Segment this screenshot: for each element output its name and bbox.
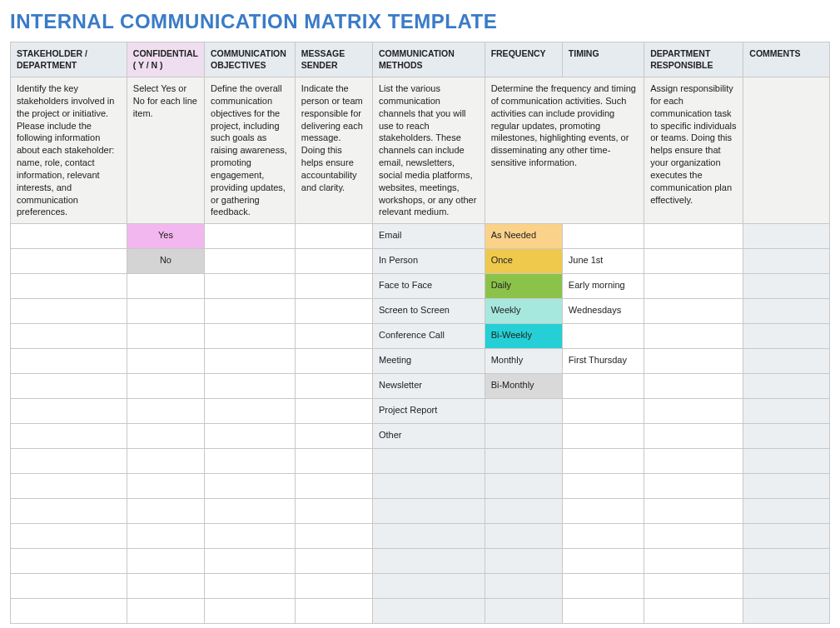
cell-frequency[interactable]: Weekly [485, 299, 562, 324]
cell-objectives[interactable] [205, 324, 296, 349]
cell-frequency[interactable]: Bi-Weekly [485, 324, 562, 349]
cell-frequency[interactable] [485, 474, 562, 499]
cell-frequency[interactable]: Monthly [485, 349, 562, 374]
cell-stakeholder[interactable] [11, 474, 127, 499]
cell-responsible[interactable] [644, 424, 743, 449]
cell-methods[interactable]: Project Report [372, 399, 485, 424]
cell-confidential[interactable] [127, 499, 204, 524]
cell-methods[interactable]: Other [372, 424, 485, 449]
cell-confidential[interactable] [127, 549, 204, 574]
cell-comments[interactable] [743, 349, 830, 374]
cell-stakeholder[interactable] [11, 599, 127, 624]
cell-objectives[interactable] [205, 424, 296, 449]
cell-timing[interactable] [562, 549, 644, 574]
cell-sender[interactable] [295, 499, 372, 524]
cell-sender[interactable] [295, 249, 372, 274]
cell-frequency[interactable] [485, 524, 562, 549]
cell-methods[interactable] [372, 574, 485, 599]
cell-sender[interactable] [295, 574, 372, 599]
cell-frequency[interactable] [485, 599, 562, 624]
cell-comments[interactable] [743, 374, 830, 399]
cell-frequency[interactable] [485, 499, 562, 524]
cell-stakeholder[interactable] [11, 224, 127, 249]
cell-methods[interactable]: Meeting [372, 349, 485, 374]
cell-sender[interactable] [295, 474, 372, 499]
cell-comments[interactable] [743, 524, 830, 549]
cell-timing[interactable] [562, 474, 644, 499]
cell-objectives[interactable] [205, 599, 296, 624]
cell-comments[interactable] [743, 224, 830, 249]
cell-stakeholder[interactable] [11, 374, 127, 399]
cell-sender[interactable] [295, 449, 372, 474]
cell-comments[interactable] [743, 474, 830, 499]
cell-methods[interactable]: Conference Call [372, 324, 485, 349]
cell-frequency[interactable]: Daily [485, 274, 562, 299]
cell-confidential[interactable] [127, 399, 204, 424]
cell-responsible[interactable] [644, 249, 743, 274]
cell-timing[interactable]: Early morning [562, 274, 644, 299]
cell-objectives[interactable] [205, 274, 296, 299]
cell-methods[interactable]: Face to Face [372, 274, 485, 299]
cell-stakeholder[interactable] [11, 299, 127, 324]
cell-methods[interactable] [372, 449, 485, 474]
cell-stakeholder[interactable] [11, 249, 127, 274]
cell-responsible[interactable] [644, 274, 743, 299]
cell-confidential[interactable] [127, 299, 204, 324]
cell-frequency[interactable] [485, 449, 562, 474]
cell-timing[interactable] [562, 374, 644, 399]
cell-sender[interactable] [295, 524, 372, 549]
cell-frequency[interactable] [485, 549, 562, 574]
cell-responsible[interactable] [644, 499, 743, 524]
cell-objectives[interactable] [205, 374, 296, 399]
cell-confidential[interactable] [127, 274, 204, 299]
cell-confidential[interactable] [127, 424, 204, 449]
cell-responsible[interactable] [644, 224, 743, 249]
cell-confidential[interactable] [127, 599, 204, 624]
cell-comments[interactable] [743, 499, 830, 524]
cell-stakeholder[interactable] [11, 399, 127, 424]
cell-methods[interactable]: Newsletter [372, 374, 485, 399]
cell-objectives[interactable] [205, 299, 296, 324]
cell-methods[interactable] [372, 499, 485, 524]
cell-sender[interactable] [295, 324, 372, 349]
cell-confidential[interactable] [127, 324, 204, 349]
cell-responsible[interactable] [644, 574, 743, 599]
cell-sender[interactable] [295, 274, 372, 299]
cell-stakeholder[interactable] [11, 349, 127, 374]
cell-confidential[interactable]: Yes [127, 224, 204, 249]
cell-confidential[interactable] [127, 474, 204, 499]
cell-timing[interactable] [562, 599, 644, 624]
cell-objectives[interactable] [205, 449, 296, 474]
cell-comments[interactable] [743, 299, 830, 324]
cell-stakeholder[interactable] [11, 499, 127, 524]
cell-timing[interactable] [562, 524, 644, 549]
cell-sender[interactable] [295, 224, 372, 249]
cell-stakeholder[interactable] [11, 424, 127, 449]
cell-comments[interactable] [743, 449, 830, 474]
cell-timing[interactable] [562, 499, 644, 524]
cell-confidential[interactable]: No [127, 249, 204, 274]
cell-objectives[interactable] [205, 574, 296, 599]
cell-sender[interactable] [295, 599, 372, 624]
cell-comments[interactable] [743, 424, 830, 449]
cell-methods[interactable]: In Person [372, 249, 485, 274]
cell-responsible[interactable] [644, 324, 743, 349]
cell-timing[interactable] [562, 449, 644, 474]
cell-timing[interactable] [562, 424, 644, 449]
cell-comments[interactable] [743, 574, 830, 599]
cell-responsible[interactable] [644, 474, 743, 499]
cell-sender[interactable] [295, 399, 372, 424]
cell-sender[interactable] [295, 349, 372, 374]
cell-objectives[interactable] [205, 499, 296, 524]
cell-methods[interactable]: Screen to Screen [372, 299, 485, 324]
cell-objectives[interactable] [205, 524, 296, 549]
cell-timing[interactable] [562, 324, 644, 349]
cell-timing[interactable]: June 1st [562, 249, 644, 274]
cell-stakeholder[interactable] [11, 524, 127, 549]
cell-comments[interactable] [743, 549, 830, 574]
cell-confidential[interactable] [127, 574, 204, 599]
cell-responsible[interactable] [644, 399, 743, 424]
cell-responsible[interactable] [644, 549, 743, 574]
cell-comments[interactable] [743, 599, 830, 624]
cell-timing[interactable] [562, 224, 644, 249]
